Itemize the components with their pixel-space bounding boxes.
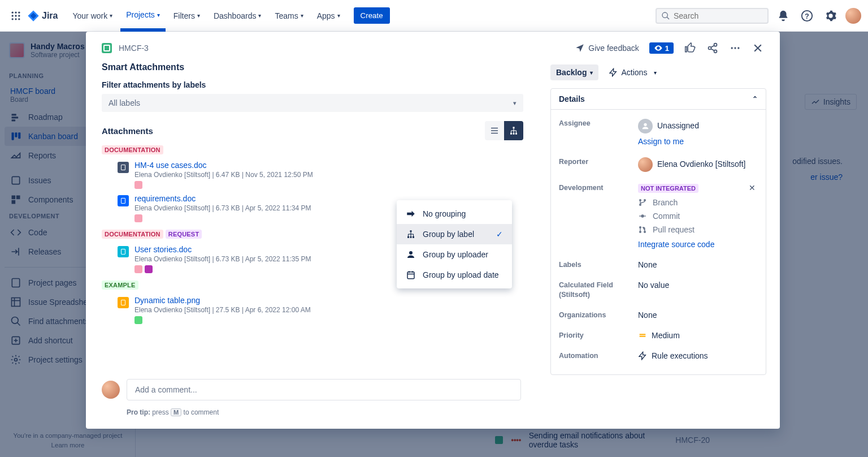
svg-rect-60 [407,236,409,238]
nav-apps[interactable]: Apps▾ [311,0,346,32]
like-icon[interactable] [684,42,696,54]
svg-point-4 [15,15,16,16]
automation-icon [638,351,647,360]
more-icon[interactable] [729,42,741,54]
svg-rect-55 [121,165,125,170]
svg-rect-46 [513,127,515,128]
nav-filters[interactable]: Filters▾ [168,0,206,32]
svg-point-8 [18,18,20,20]
attachment-item[interactable]: Dynamic table.pngElena Ovdienko [Stiltso… [102,293,523,326]
give-feedback-button[interactable]: Give feedback [575,43,639,53]
share-icon[interactable] [706,42,719,54]
issue-type-icon [102,43,112,53]
close-icon[interactable] [752,42,764,54]
nav-projects[interactable]: Projects▾ [120,0,166,32]
svg-rect-57 [121,249,125,255]
svg-point-74 [640,200,641,201]
comment-avatar [102,381,120,399]
file-type-icon [118,246,129,257]
svg-point-7 [15,18,16,20]
svg-rect-62 [413,236,414,238]
status-dropdown[interactable]: Backlog▾ [550,64,598,80]
dev-commit[interactable]: Commit [638,209,758,223]
label-swatch [134,265,142,273]
notifications-icon[interactable] [774,7,792,25]
jira-logo[interactable]: Jira [27,10,58,22]
app-switcher-icon[interactable] [7,7,25,25]
assignee-value[interactable]: Unassigned [657,121,699,130]
group-tag: DOCUMENTATION [102,230,163,239]
issue-key[interactable]: HMCF-3 [119,44,149,53]
svg-point-75 [640,204,641,206]
svg-point-76 [644,200,646,201]
svg-point-6 [12,18,14,20]
svg-rect-83 [640,334,646,335]
svg-point-34 [709,47,711,50]
automation-value[interactable]: Rule executions [638,351,758,360]
grouping-option[interactable]: Group by uploader [397,244,512,265]
svg-point-3 [12,15,14,16]
nav-dashboards[interactable]: Dashboards▾ [208,0,267,32]
reporter-value: Elena Ovdienko [Stiltsoft] [657,159,745,169]
svg-rect-84 [640,336,646,337]
svg-point-2 [18,11,20,13]
svg-point-9 [662,12,667,18]
svg-rect-47 [510,133,512,135]
svg-rect-49 [515,133,517,135]
label-swatch [134,316,142,324]
view-tree-button[interactable] [504,121,523,140]
watch-count[interactable]: 1 [649,42,674,54]
label-swatch [134,181,142,189]
grouping-option[interactable]: Group by label✓ [397,224,512,244]
file-name[interactable]: requirements.doc [134,194,311,203]
file-name[interactable]: HM-4 use cases.doc [134,161,313,170]
svg-point-5 [18,15,20,16]
labels-select[interactable]: All labels ▾ [102,94,523,112]
settings-icon[interactable] [822,7,840,25]
help-icon[interactable]: ? [798,7,816,25]
file-name[interactable]: User stories.doc [134,245,311,254]
search-input[interactable] [674,11,758,20]
comment-input[interactable]: Add a comment... [127,379,521,400]
svg-point-40 [737,47,739,49]
file-type-icon [118,195,129,206]
svg-rect-48 [513,133,515,135]
svg-rect-56 [121,199,125,204]
dev-pull-request[interactable]: Pull request [638,223,758,236]
view-list-button[interactable] [485,121,504,140]
assign-to-me-link[interactable]: Assign to me [638,137,758,146]
svg-rect-61 [410,236,412,238]
grouping-option[interactable]: Group by upload date [397,265,512,285]
unassigned-avatar-icon [638,119,653,133]
not-integrated-badge: NOT INTEGRATED [638,184,698,193]
reporter-avatar [638,157,653,172]
attachment-item[interactable]: HM-4 use cases.docElena Ovdienko [Stilts… [102,158,523,191]
svg-rect-69 [407,272,414,279]
svg-rect-59 [410,230,412,232]
nav-teams[interactable]: Teams▾ [269,0,309,32]
svg-point-33 [714,44,717,46]
smart-attachments-title: Smart Attachments [102,62,523,72]
file-name[interactable]: Dynamic table.png [134,296,311,305]
file-meta: Elena Ovdienko [Stiltsoft] | 6.73 KB | A… [134,204,311,212]
actions-dropdown[interactable]: Actions▾ [609,68,657,77]
integrate-source-link[interactable]: Integrate source code [638,240,758,249]
org-value[interactable]: None [638,311,758,320]
dev-branch[interactable]: Branch [638,196,758,209]
details-header[interactable]: Details ⌃ [551,89,766,110]
svg-point-81 [640,231,641,233]
labels-value[interactable]: None [638,260,758,269]
file-meta: Elena Ovdienko [Stiltsoft] | 6.47 KB | N… [134,171,313,179]
top-nav: Jira Your work▾ Projects▾ Filters▾ Dashb… [0,0,868,32]
pro-tip: Pro tip: press M to comment [127,408,219,416]
svg-point-80 [640,227,641,228]
create-button[interactable]: Create [354,7,390,24]
calc-value: No value [638,281,758,290]
grouping-option[interactable]: No grouping [397,204,512,224]
dismiss-dev-icon[interactable]: ✕ [749,183,756,192]
priority-value[interactable]: Medium [638,331,758,340]
nav-your-work[interactable]: Your work▾ [67,0,118,32]
profile-avatar[interactable] [845,8,861,24]
svg-point-77 [641,215,644,217]
search-box[interactable] [656,8,769,24]
